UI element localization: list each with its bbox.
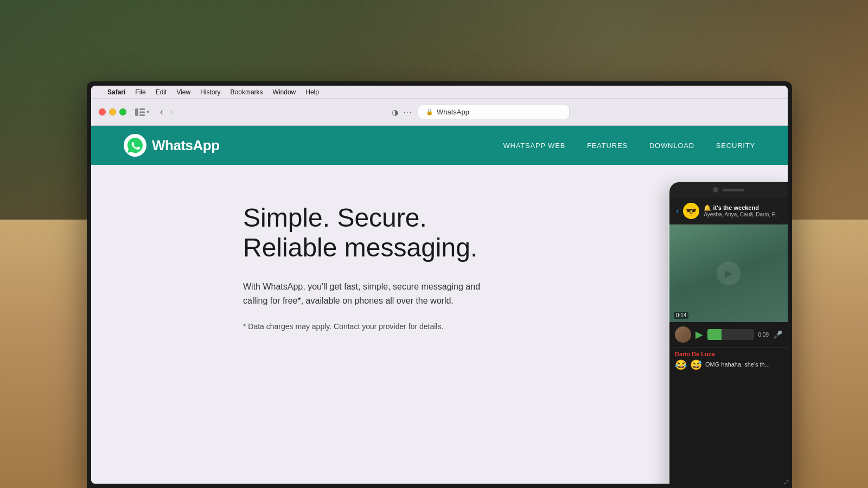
microphone-icon: 🎤 bbox=[773, 330, 782, 339]
hero-section: Simple. Secure. Reliable messaging. With… bbox=[91, 165, 788, 484]
tab-overview-icon: ··· bbox=[404, 108, 412, 116]
macos-menubar: Safari File Edit View History Bookmarks … bbox=[91, 86, 788, 99]
voice-message-duration: 0:09 bbox=[758, 332, 769, 338]
voice-message-avatar bbox=[675, 326, 691, 343]
nav-download[interactable]: DOWNLOAD bbox=[649, 142, 694, 150]
nav-features[interactable]: FEATURES bbox=[587, 142, 628, 150]
notification-text: 🔔 it's the weekend Ayesha, Anya, Cauã, D… bbox=[704, 204, 781, 217]
notification-back-arrow: ‹ bbox=[676, 206, 679, 216]
hero-body-text: With WhatsApp, you'll get fast, simple, … bbox=[243, 280, 482, 307]
notification-bell: 🔔 bbox=[704, 204, 711, 211]
traffic-lights bbox=[99, 108, 126, 115]
url-text: WhatsApp bbox=[437, 108, 469, 116]
nav-buttons: ‹ › bbox=[157, 105, 176, 119]
file-menu-item[interactable]: File bbox=[135, 88, 145, 96]
whatsapp-nav-links: WHATSAPP WEB FEATURES DOWNLOAD SECURITY bbox=[503, 142, 755, 150]
dario-message-area: Dario De Luca 😂 😅 OMG hahaha, she's th..… bbox=[669, 347, 788, 374]
back-button[interactable]: ‹ bbox=[157, 105, 166, 119]
hero-text-block: Simple. Secure. Reliable messaging. With… bbox=[243, 203, 482, 332]
nav-whatsapp-web[interactable]: WHATSAPP WEB bbox=[503, 142, 566, 150]
hero-footnote: * Data charges may apply. Contact your p… bbox=[243, 321, 482, 332]
address-bar-area: ◑ ··· 🔒 WhatsApp bbox=[181, 105, 780, 119]
phone-mockup: ‹ 😎 🔔 it's the weekend Ayesha, Anya, Cau… bbox=[668, 181, 788, 484]
notification-subtitle: Ayesha, Anya, Cauã, Dario, F... bbox=[704, 211, 781, 217]
svg-rect-3 bbox=[139, 114, 145, 116]
voice-message-play-button[interactable]: ▶ bbox=[695, 329, 703, 341]
macbook-frame: Safari File Edit View History Bookmarks … bbox=[87, 81, 792, 488]
phone-speaker bbox=[723, 189, 744, 191]
bookmarks-menu-item[interactable]: Bookmarks bbox=[231, 88, 263, 96]
dario-sender-name: Dario De Luca bbox=[675, 351, 782, 357]
sidebar-toggle-button[interactable]: ▾ bbox=[135, 108, 150, 116]
minimize-window-button[interactable] bbox=[109, 108, 116, 115]
phone-camera bbox=[713, 187, 718, 192]
nav-security[interactable]: SECURITY bbox=[716, 142, 755, 150]
svg-rect-2 bbox=[139, 111, 145, 113]
privacy-icon: ◑ bbox=[392, 108, 398, 117]
safari-toolbar: ▾ ‹ › ◑ ··· 🔒 WhatsApp bbox=[91, 99, 788, 126]
help-menu-item[interactable]: Help bbox=[305, 88, 319, 96]
notification-group-icon: 😎 bbox=[683, 203, 699, 219]
voice-message-area: ▶ 0:09 🎤 bbox=[669, 322, 788, 347]
notification-title-text: it's the weekend bbox=[713, 204, 759, 211]
hero-headline: Simple. Secure. Reliable messaging. bbox=[243, 203, 482, 262]
safari-menu-item[interactable]: Safari bbox=[107, 88, 125, 96]
notification-title: 🔔 it's the weekend bbox=[704, 204, 781, 211]
macos-window: Safari File Edit View History Bookmarks … bbox=[91, 86, 788, 484]
forward-button[interactable]: › bbox=[167, 105, 176, 119]
phone-video-area: ▶ 0:14 bbox=[669, 224, 788, 322]
video-thumbnail bbox=[669, 224, 788, 322]
history-menu-item[interactable]: History bbox=[200, 88, 220, 96]
svg-rect-1 bbox=[139, 108, 145, 110]
dario-emoji-2: 😅 bbox=[690, 359, 702, 371]
whatsapp-logo-area: WhatsApp bbox=[124, 134, 220, 157]
sidebar-chevron-icon: ▾ bbox=[146, 108, 150, 115]
notification-emoji: 😎 bbox=[686, 206, 697, 216]
phone-top-bar bbox=[669, 182, 788, 197]
edit-menu-item[interactable]: Edit bbox=[156, 88, 167, 96]
dario-emoji-1: 😂 bbox=[675, 359, 687, 371]
video-duration: 0:14 bbox=[674, 312, 688, 319]
view-menu-item[interactable]: View bbox=[176, 88, 190, 96]
address-bar[interactable]: 🔒 WhatsApp bbox=[418, 105, 570, 119]
window-menu-item[interactable]: Window bbox=[273, 88, 296, 96]
close-window-button[interactable] bbox=[99, 108, 106, 115]
hero-headline-line2: Reliable messaging. bbox=[243, 233, 477, 262]
phone-screen: ‹ 😎 🔔 it's the weekend Ayesha, Anya, Cau… bbox=[669, 197, 788, 484]
lock-icon: 🔒 bbox=[426, 108, 433, 115]
svg-rect-0 bbox=[135, 108, 138, 116]
hero-headline-line1: Simple. Secure. bbox=[243, 203, 427, 232]
whatsapp-logo-text: WhatsApp bbox=[152, 137, 220, 154]
website-content: WhatsApp WHATSAPP WEB FEATURES DOWNLOAD … bbox=[91, 126, 788, 484]
whatsapp-logo-icon bbox=[124, 134, 146, 157]
chat-notification-banner: ‹ 😎 🔔 it's the weekend Ayesha, Anya, Cau… bbox=[669, 197, 788, 224]
voice-message-waveform bbox=[707, 329, 754, 340]
maximize-window-button[interactable] bbox=[119, 108, 126, 115]
dario-message-text: OMG hahaha, she's th... bbox=[705, 361, 770, 369]
whatsapp-navbar: WhatsApp WHATSAPP WEB FEATURES DOWNLOAD … bbox=[91, 126, 788, 165]
